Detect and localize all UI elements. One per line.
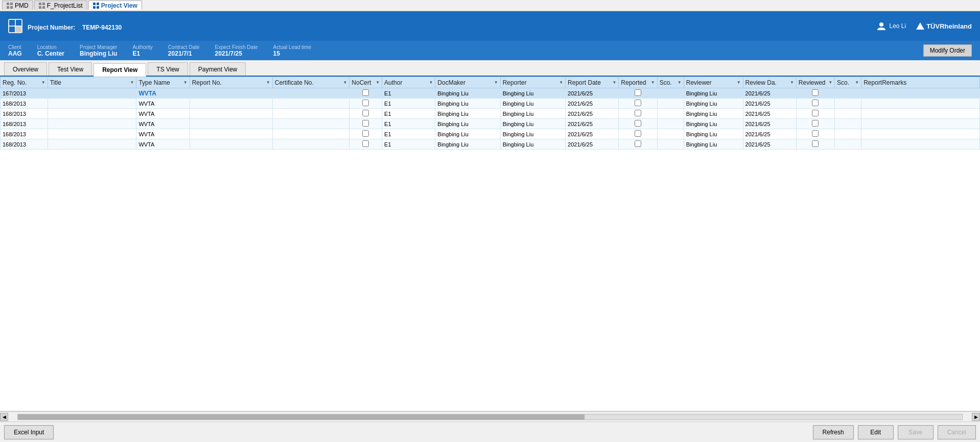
checkbox-reported-5[interactable] — [635, 140, 641, 147]
cell-nocert-2[interactable] — [349, 109, 382, 119]
cell-type_name-4: WVTA — [136, 129, 190, 139]
cell-reporter-2: Bingbing Liu — [500, 109, 565, 119]
cell-reported-4[interactable] — [619, 129, 657, 139]
svg-rect-13 — [9, 20, 15, 26]
th-type_name[interactable]: Type Name▼ — [136, 77, 190, 88]
svg-rect-16 — [16, 27, 21, 32]
save-button[interactable]: Save — [898, 425, 934, 439]
th-nocert[interactable]: NoCert▼ — [349, 77, 382, 88]
table-container[interactable]: Reg. No.▼Title▼Type Name▼Report No.▼Cert… — [0, 77, 980, 411]
nav-tab-tsview[interactable]: TS View — [148, 62, 188, 76]
tabs-container: PMDF_ProjectListProject View — [2, 1, 143, 10]
th-author[interactable]: Author▼ — [382, 77, 435, 88]
cell-reported-1[interactable] — [619, 99, 657, 109]
scroll-track[interactable] — [17, 414, 963, 420]
excel-input-button[interactable]: Excel Input — [4, 425, 54, 439]
edit-button[interactable]: Edit — [858, 425, 894, 439]
th-reviewer[interactable]: Reviewer▼ — [684, 77, 743, 88]
nav-tab-paymentview[interactable]: Payment View — [190, 62, 246, 76]
cell-docmaker-4: Bingbing Liu — [435, 129, 500, 139]
cell-nocert-0[interactable] — [349, 88, 382, 99]
scroll-left-btn[interactable]: ◀ — [0, 413, 8, 421]
checkbox-reviewed-0[interactable] — [812, 89, 819, 96]
scroll-right-btn[interactable]: ▶ — [972, 413, 980, 421]
checkbox-nocert-2[interactable] — [362, 110, 369, 116]
title-tab-projectview[interactable]: Project View — [88, 1, 142, 10]
cell-nocert-3[interactable] — [349, 119, 382, 129]
cell-reviewed-3[interactable] — [796, 119, 834, 129]
cell-reporter-1: Bingbing Liu — [500, 99, 565, 109]
checkbox-nocert-1[interactable] — [362, 100, 369, 106]
th-reg_no[interactable]: Reg. No.▼ — [1, 77, 48, 88]
refresh-button[interactable]: Refresh — [813, 425, 854, 439]
th-cert_no[interactable]: Certificate No.▼ — [272, 77, 349, 88]
th-title[interactable]: Title▼ — [48, 77, 136, 88]
table-row[interactable]: 167/2013WVTAE1Bingbing LiuBingbing Liu20… — [1, 88, 980, 99]
cell-nocert-1[interactable] — [349, 99, 382, 109]
table-row[interactable]: 168/2013WVTAE1Bingbing LiuBingbing Liu20… — [1, 109, 980, 119]
th-reporter[interactable]: Reporter▼ — [500, 77, 565, 88]
checkbox-reviewed-4[interactable] — [812, 130, 819, 137]
cell-reported-5[interactable] — [619, 139, 657, 150]
cancel-button[interactable]: Cancel — [938, 425, 976, 439]
checkbox-nocert-4[interactable] — [362, 130, 369, 137]
nav-tabs: OverviewTest ViewReport ViewTS ViewPayme… — [0, 60, 980, 77]
scroll-thumb[interactable] — [18, 414, 585, 420]
title-tab-pmd[interactable]: PMD — [2, 1, 33, 10]
th-report_date[interactable]: Report Date▼ — [566, 77, 619, 88]
checkbox-reported-3[interactable] — [635, 120, 641, 127]
checkbox-reported-2[interactable] — [635, 110, 641, 116]
modify-order-button[interactable]: Modify Order — [923, 44, 972, 57]
nav-tab-overview[interactable]: Overview — [4, 62, 47, 76]
cell-nocert-4[interactable] — [349, 129, 382, 139]
cell-reviewed-4[interactable] — [796, 129, 834, 139]
sort-arrow-title: ▼ — [130, 80, 134, 85]
checkbox-nocert-5[interactable] — [362, 140, 369, 147]
info-field-value-0: AAG — [8, 50, 22, 57]
cell-reviewed-0[interactable] — [796, 88, 834, 99]
table-row[interactable]: 168/2013WVTAE1Bingbing LiuBingbing Liu20… — [1, 99, 980, 109]
th-reviewed[interactable]: Reviewed▼ — [796, 77, 834, 88]
th-score2[interactable]: Sco.▼ — [835, 77, 861, 88]
cell-reviewed-5[interactable] — [796, 139, 834, 150]
checkbox-reported-4[interactable] — [635, 130, 641, 137]
cell-reported-3[interactable] — [619, 119, 657, 129]
th-report_no[interactable]: Report No.▼ — [190, 77, 272, 88]
cell-reported-2[interactable] — [619, 109, 657, 119]
th-review_date[interactable]: Review Da.▼ — [743, 77, 796, 88]
svg-rect-2 — [7, 6, 9, 9]
cell-nocert-5[interactable] — [349, 139, 382, 150]
table-row[interactable]: 168/2013WVTAE1Bingbing LiuBingbing Liu20… — [1, 119, 980, 129]
checkbox-nocert-3[interactable] — [362, 120, 369, 127]
nav-tab-testview[interactable]: Test View — [49, 62, 92, 76]
svg-rect-7 — [42, 6, 45, 9]
th-docmaker[interactable]: DocMaker▼ — [435, 77, 500, 88]
th-reported[interactable]: Reported▼ — [619, 77, 657, 88]
nav-tab-reportview[interactable]: Report View — [94, 63, 146, 77]
checkbox-reviewed-5[interactable] — [812, 140, 819, 147]
cell-title-4 — [48, 129, 136, 139]
cell-report_date-1: 2021/6/25 — [566, 99, 619, 109]
checkbox-reported-0[interactable] — [635, 89, 641, 96]
cell-reported-0[interactable] — [619, 88, 657, 99]
table-row[interactable]: 168/2013WVTAE1Bingbing LiuBingbing Liu20… — [1, 129, 980, 139]
cell-cert_no-3 — [272, 119, 349, 129]
cell-reviewed-1[interactable] — [796, 99, 834, 109]
cell-reviewed-2[interactable] — [796, 109, 834, 119]
checkbox-reviewed-3[interactable] — [812, 120, 819, 127]
info-field-label-3: Authority — [132, 44, 152, 50]
checkbox-reviewed-2[interactable] — [812, 110, 819, 116]
th-score1[interactable]: Sco.▼ — [657, 77, 684, 88]
checkbox-reviewed-1[interactable] — [812, 100, 819, 106]
cell-reg_no-0: 167/2013 — [1, 88, 48, 99]
cell-score1-4 — [657, 129, 684, 139]
th-report_remarks[interactable]: ReportRemarks — [861, 77, 980, 88]
svg-point-17 — [879, 22, 883, 27]
checkbox-nocert-0[interactable] — [362, 89, 369, 96]
cell-review_date-0: 2021/6/25 — [743, 88, 796, 99]
scroll-area[interactable]: ◀ ▶ — [0, 411, 980, 422]
cell-cert_no-1 — [272, 99, 349, 109]
title-tab-fprojectlist[interactable]: F_ProjectList — [34, 1, 87, 10]
checkbox-reported-1[interactable] — [635, 100, 641, 106]
table-row[interactable]: 168/2013WVTAE1Bingbing LiuBingbing Liu20… — [1, 139, 980, 150]
